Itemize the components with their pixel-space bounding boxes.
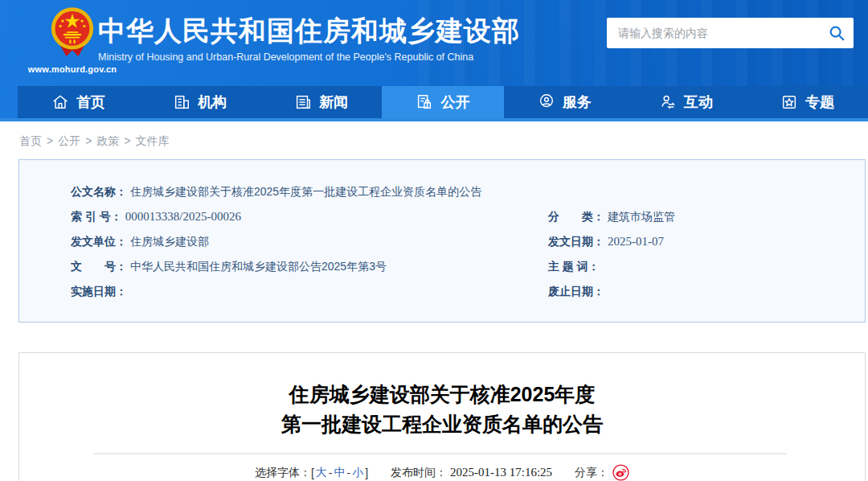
nav-label: 新闻	[319, 92, 348, 112]
doc-issue-date-row: 发文日期： 2025-01-07	[548, 229, 841, 254]
doc-name-value: 住房城乡建设部关于核准2025年度第一批建设工程企业资质名单的公告	[130, 185, 481, 199]
breadcrumb-separator: >	[47, 134, 53, 147]
doc-effective-label: 实施日期：	[71, 285, 127, 299]
doc-name-label: 公文名称：	[71, 185, 127, 199]
nav-item-home[interactable]: 首页	[18, 86, 139, 118]
doc-issue-date-label: 发文日期：	[548, 235, 604, 249]
font-size-large-button[interactable]: 大	[316, 466, 327, 480]
site-title-en: Ministry of Housing and Urban-Rural Deve…	[98, 51, 520, 63]
home-icon	[51, 93, 69, 111]
search-input[interactable]	[618, 27, 828, 39]
disclosure-icon	[416, 93, 433, 111]
font-size-dash: -	[329, 467, 333, 479]
breadcrumb: 首页>公开>政策>文件库	[0, 121, 868, 159]
doc-number-label: 文 号：	[71, 260, 127, 274]
page: www.mohurd.gov.cn 中华人民共和国住房和城乡建设部 Minist…	[0, 0, 868, 481]
doc-number-row: 文 号： 中华人民共和国住房和城乡建设部公告2025年第3号	[71, 254, 548, 279]
bracket-close: ]	[365, 467, 368, 479]
news-icon	[294, 93, 312, 111]
breadcrumb-policy[interactable]: 政策	[96, 134, 119, 147]
nav-item-organization[interactable]: 机构	[139, 86, 260, 118]
doc-category-row: 分 类： 建筑市场监管	[548, 204, 841, 229]
doc-name-row: 公文名称： 住房城乡建设部关于核准2025年度第一批建设工程企业资质名单的公告	[71, 179, 841, 204]
doc-index-value: 000013338/2025-00026	[125, 210, 241, 224]
breadcrumb-separator: >	[85, 134, 92, 147]
service-icon	[538, 93, 555, 111]
doc-number-value: 中华人民共和国住房和城乡建设部公告2025年第3号	[130, 260, 387, 274]
nav-item-topics[interactable]: 专题	[747, 86, 868, 118]
site-titles: 中华人民共和国住房和城乡建设部 Ministry of Housing and …	[98, 14, 520, 63]
nav-item-disclosure[interactable]: 公开	[382, 86, 503, 118]
font-size-small-button[interactable]: 小	[352, 466, 363, 480]
doc-effective-row: 实施日期：	[71, 279, 548, 304]
nav-item-news[interactable]: 新闻	[260, 86, 382, 118]
article-panel: 住房城乡建设部关于核准2025年度 第一批建设工程企业资质名单的公告 选择字体：…	[18, 352, 866, 481]
bracket-open: [	[311, 467, 314, 479]
search-box[interactable]	[607, 18, 854, 48]
title-divider	[93, 453, 787, 454]
breadcrumb-home[interactable]: 首页	[19, 134, 42, 147]
article-title: 住房城乡建设部关于核准2025年度 第一批建设工程企业资质名单的公告	[19, 380, 865, 439]
font-size-label: 选择字体：	[255, 466, 311, 480]
nav-label: 首页	[76, 92, 105, 112]
doc-index-row: 索 引 号： 000013338/2025-00026	[71, 204, 548, 229]
document-info-panel: 公文名称： 住房城乡建设部关于核准2025年度第一批建设工程企业资质名单的公告 …	[18, 159, 866, 323]
publish-time-label: 发布时间：	[391, 466, 447, 480]
article-meta-row: 选择字体： [ 大 - 中 - 小 ] 发布时间： 2025-01-13 17:…	[19, 464, 865, 481]
doc-subject-row: 主 题 词：	[548, 254, 841, 279]
doc-category-label: 分 类：	[548, 210, 604, 224]
doc-index-label: 索 引 号：	[71, 210, 122, 224]
doc-issuer-row: 发文单位： 住房城乡建设部	[71, 229, 548, 254]
interaction-icon	[659, 93, 677, 111]
nav-label: 机构	[198, 92, 227, 112]
doc-issue-date-value: 2025-01-07	[608, 235, 664, 249]
share-label: 分享：	[575, 466, 608, 480]
doc-issuer-value: 住房城乡建设部	[130, 235, 209, 249]
font-size-dash: -	[346, 467, 350, 479]
breadcrumb-separator: >	[124, 134, 130, 147]
national-emblem-icon	[50, 6, 95, 60]
search-icon[interactable]	[828, 24, 845, 42]
doc-subject-label: 主 题 词：	[548, 260, 600, 274]
nav-accent-bar	[0, 118, 868, 121]
nav-label: 互动	[684, 92, 713, 112]
nav-label: 公开	[440, 92, 469, 112]
article-title-line2: 第一批建设工程企业资质名单的公告	[19, 409, 865, 439]
doc-abolish-label: 废止日期：	[548, 285, 604, 299]
nav-item-interaction[interactable]: 互动	[625, 86, 747, 118]
site-title-cn: 中华人民共和国住房和城乡建设部	[98, 14, 520, 47]
doc-abolish-row: 废止日期：	[548, 279, 841, 304]
nav-label: 专题	[805, 92, 834, 112]
nav-label: 服务	[563, 92, 592, 112]
site-url: www.mohurd.gov.cn	[16, 64, 129, 74]
doc-issuer-label: 发文单位：	[71, 235, 127, 249]
breadcrumb-library[interactable]: 文件库	[136, 134, 170, 147]
organization-icon	[173, 93, 190, 111]
publish-time-value: 2025-01-13 17:16:25	[450, 466, 552, 479]
topics-icon	[780, 93, 798, 111]
weibo-icon[interactable]	[612, 464, 629, 481]
doc-category-value: 建筑市场监管	[608, 210, 675, 224]
main-nav: 首页 机构 新闻 公开	[18, 86, 868, 118]
font-size-medium-button[interactable]: 中	[334, 466, 345, 480]
font-size-selector: 选择字体： [ 大 - 中 - 小 ]	[255, 466, 368, 480]
site-header: www.mohurd.gov.cn 中华人民共和国住房和城乡建设部 Minist…	[0, 0, 868, 121]
nav-item-service[interactable]: 服务	[504, 86, 625, 118]
article-title-line1: 住房城乡建设部关于核准2025年度	[19, 380, 865, 409]
breadcrumb-disclosure[interactable]: 公开	[58, 134, 80, 147]
